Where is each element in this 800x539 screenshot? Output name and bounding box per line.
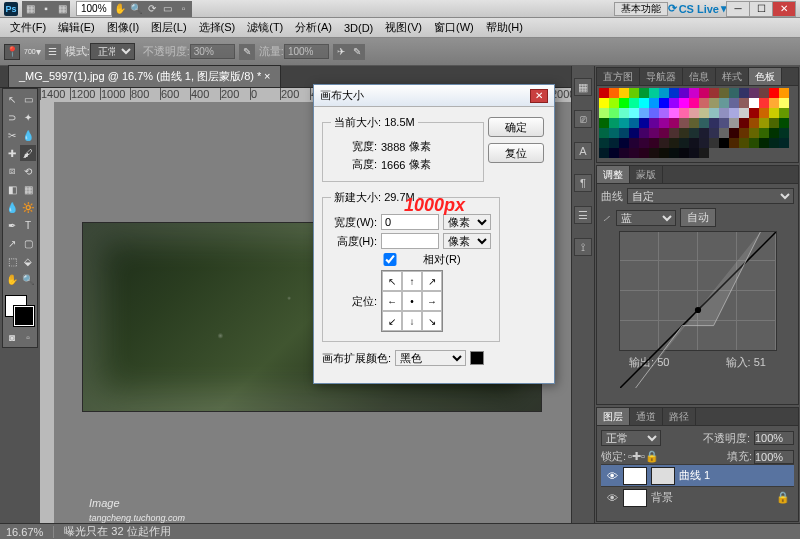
swatch[interactable]	[609, 148, 619, 158]
layer-name[interactable]: 曲线 1	[679, 468, 710, 483]
swatch[interactable]	[719, 98, 729, 108]
swatch[interactable]	[669, 88, 679, 98]
swatch[interactable]	[679, 138, 689, 148]
paragraph-panel-icon[interactable]: ¶	[574, 174, 592, 192]
layer-name[interactable]: 背景	[651, 490, 673, 505]
swatch[interactable]	[699, 88, 709, 98]
swatch[interactable]	[639, 148, 649, 158]
swatch[interactable]	[699, 118, 709, 128]
new-width-input[interactable]	[381, 214, 439, 230]
swatch[interactable]	[679, 148, 689, 158]
swatch[interactable]	[659, 128, 669, 138]
marquee-tool[interactable]: ▭	[20, 91, 36, 107]
swatch[interactable]	[629, 118, 639, 128]
swatch[interactable]	[639, 138, 649, 148]
swatch[interactable]	[629, 148, 639, 158]
swatch[interactable]	[749, 108, 759, 118]
swatch[interactable]	[709, 138, 719, 148]
shape-tool[interactable]: ▢	[20, 235, 36, 251]
tab-1[interactable]: 导航器	[640, 68, 683, 85]
swatch[interactable]	[709, 88, 719, 98]
swatch[interactable]	[669, 138, 679, 148]
reset-button[interactable]: 复位	[488, 143, 544, 163]
swatch[interactable]	[689, 118, 699, 128]
swatch[interactable]	[649, 128, 659, 138]
swatch[interactable]	[659, 148, 669, 158]
swatch[interactable]	[599, 108, 609, 118]
tab-0[interactable]: 直方图	[597, 68, 640, 85]
swatch[interactable]	[729, 98, 739, 108]
swatch[interactable]	[639, 128, 649, 138]
swatch[interactable]	[679, 118, 689, 128]
swatch[interactable]	[719, 128, 729, 138]
swatch[interactable]	[629, 128, 639, 138]
tab-4[interactable]: 色板	[749, 68, 782, 85]
menu-layer[interactable]: 图层(L)	[145, 20, 192, 35]
swatch[interactable]	[629, 108, 639, 118]
extension-color[interactable]: 黑色	[395, 350, 466, 366]
actions-panel-icon[interactable]: ⎚	[574, 110, 592, 128]
zoom-select[interactable]: 100%	[76, 1, 112, 16]
swatch[interactable]	[769, 108, 779, 118]
swatch[interactable]	[639, 108, 649, 118]
swatch[interactable]	[609, 118, 619, 128]
swatch[interactable]	[609, 88, 619, 98]
swatch[interactable]	[759, 138, 769, 148]
tab-channels[interactable]: 通道	[630, 408, 663, 425]
swatch[interactable]	[729, 88, 739, 98]
cslive-button[interactable]: ⟳ CS Live ▾	[668, 2, 727, 15]
swatch[interactable]	[649, 98, 659, 108]
swatch[interactable]	[749, 128, 759, 138]
swatch[interactable]	[779, 98, 789, 108]
brush-preset-icon[interactable]: 📍	[4, 44, 20, 60]
hand-icon[interactable]: ✋	[112, 1, 128, 17]
type-tool[interactable]: T	[20, 217, 36, 233]
swatch[interactable]	[629, 98, 639, 108]
swatch[interactable]	[669, 118, 679, 128]
swatch[interactable]	[639, 88, 649, 98]
crop-tool[interactable]: ✂	[4, 127, 20, 143]
layer-row[interactable]: 👁曲线 1	[601, 464, 794, 486]
swatch[interactable]	[709, 128, 719, 138]
status-zoom[interactable]: 16.67%	[6, 526, 43, 538]
swatch[interactable]	[649, 138, 659, 148]
swatch[interactable]	[719, 138, 729, 148]
swatch[interactable]	[749, 88, 759, 98]
swatch[interactable]	[759, 98, 769, 108]
opacity-input[interactable]	[190, 44, 235, 59]
swatch[interactable]	[649, 88, 659, 98]
swatch[interactable]	[609, 138, 619, 148]
brush-size[interactable]: 700	[24, 48, 36, 55]
layer-opacity[interactable]	[754, 431, 794, 445]
gradient-tool[interactable]: ▦	[20, 181, 36, 197]
screenmode-tool[interactable]: ▫	[20, 329, 36, 345]
menu-3d[interactable]: 3D(D)	[338, 22, 379, 34]
menu-edit[interactable]: 编辑(E)	[52, 20, 101, 35]
layer-thumb[interactable]	[623, 489, 647, 507]
swatch[interactable]	[619, 118, 629, 128]
eraser-tool[interactable]: ◧	[4, 181, 20, 197]
brush-panel-icon2[interactable]: ⟟	[574, 238, 592, 256]
swatch[interactable]	[779, 128, 789, 138]
swatch[interactable]	[689, 98, 699, 108]
swatch[interactable]	[759, 128, 769, 138]
curves-auto-button[interactable]: 自动	[680, 208, 716, 227]
swatch[interactable]	[629, 88, 639, 98]
extras-icon[interactable]: ▦	[54, 1, 70, 17]
menu-file[interactable]: 文件(F)	[4, 20, 52, 35]
swatch[interactable]	[739, 118, 749, 128]
swatch[interactable]	[659, 98, 669, 108]
swatch[interactable]	[619, 148, 629, 158]
move-tool[interactable]: ↖	[4, 91, 20, 107]
swatch[interactable]	[739, 88, 749, 98]
swatch[interactable]	[679, 128, 689, 138]
arrange-icon[interactable]: ▭	[160, 1, 176, 17]
swatch[interactable]	[719, 88, 729, 98]
swatch[interactable]	[739, 108, 749, 118]
swatch[interactable]	[699, 108, 709, 118]
swatch[interactable]	[659, 138, 669, 148]
tab-adjustments[interactable]: 调整	[597, 166, 630, 183]
quickmask-tool[interactable]: ◙	[4, 329, 20, 345]
height-unit[interactable]: 像素	[443, 233, 491, 249]
swatch[interactable]	[599, 98, 609, 108]
